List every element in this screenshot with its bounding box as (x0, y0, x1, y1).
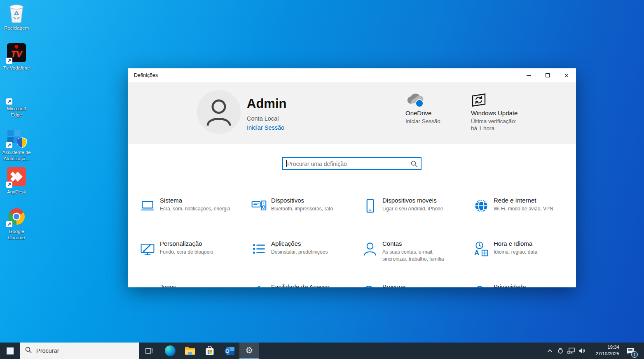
tile-personalization[interactable]: Personalização Fundo, ecrã de bloqueio (139, 240, 247, 259)
tile-subtitle: Ecrã, som, notificações, energia (160, 205, 230, 212)
svg-text:A: A (474, 249, 480, 257)
shortcut-arrow-icon (6, 98, 12, 105)
tile-privacy[interactable]: Privacidade (473, 283, 576, 287)
search-magnifier-icon (362, 283, 382, 287)
devices-icon (251, 197, 271, 216)
search-icon (25, 347, 32, 355)
file-explorer-icon (185, 346, 195, 355)
user-name: Admin (247, 96, 286, 111)
volume-icon[interactable] (576, 343, 587, 359)
tile-games[interactable]: Jogos (139, 283, 247, 287)
task-view-icon (145, 347, 153, 354)
minimize-button[interactable] (519, 68, 538, 82)
user-signin-link[interactable]: Iniciar Sessão (247, 124, 284, 131)
onedrive-section[interactable]: OneDrive Iniciar Sessão (405, 82, 467, 125)
tv-vodafone-icon: TV (6, 43, 27, 64)
tile-title: Dispositivos moveis (382, 197, 443, 204)
games-icon (139, 283, 160, 287)
tile-title: Personalização (160, 240, 213, 247)
desktop-icon-update-assistant[interactable]: Assistente de Atualizaçã... (1, 128, 32, 161)
tile-devices[interactable]: Dispositivos Bluetooth, impressoras, rat… (251, 197, 358, 216)
close-button[interactable]: ✕ (557, 68, 576, 82)
desktop-icon-anydesk[interactable]: AnyDesk (1, 166, 32, 195)
tile-title: Contas (382, 240, 454, 247)
tile-time-language[interactable]: A Hora e Idioma Idioma, região, data (473, 240, 576, 259)
taskbar-store-button[interactable] (200, 343, 220, 359)
text-caret (286, 160, 287, 167)
desktop-icon-label: Assistente de Atualizaçã... (1, 149, 32, 161)
tile-apps[interactable]: Aplicações Desinstalar, predefinições (251, 240, 358, 259)
tile-title: Procurar (382, 283, 406, 287)
clock-date: 27/10/2025 (590, 351, 619, 357)
network-icon[interactable] (566, 343, 576, 359)
gear-icon: ⚙ (246, 346, 253, 355)
onedrive-title: OneDrive (405, 110, 467, 117)
shortcut-arrow-icon (6, 182, 12, 188)
desktop-icon-tv-vodafone[interactable]: TV Tv Vodafone (1, 42, 32, 71)
close-icon: ✕ (564, 72, 569, 79)
desktop-icon-edge[interactable]: Microsoft Edge (1, 84, 32, 118)
notification-badge: 1 (631, 351, 638, 358)
tile-accounts[interactable]: Contas As suas contas, e-mail, sincroniz… (362, 240, 470, 263)
desktop-icon-label: Google Chrome (1, 228, 32, 240)
action-center-button[interactable]: 1 (622, 343, 639, 359)
personalization-icon (139, 240, 160, 259)
onedrive-status: Iniciar Sessão (405, 118, 467, 125)
ease-of-access-icon (251, 283, 271, 287)
desktop-icon-label: AnyDesk (1, 189, 32, 195)
globe-icon (473, 197, 494, 216)
settings-search-input[interactable] (287, 158, 407, 169)
maximize-button[interactable] (538, 68, 557, 82)
system-tray: 19:34 27/10/2025 1 (544, 343, 644, 359)
taskbar-search-box[interactable] (20, 343, 139, 359)
chrome-icon (6, 207, 27, 227)
tile-subtitle: Wi-Fi, modo de avião, VPN (494, 205, 553, 212)
maximize-icon (546, 73, 550, 77)
titlebar[interactable]: Definições ✕ (128, 68, 576, 82)
tile-subtitle: Fundo, ecrã de bloqueio (160, 249, 213, 256)
tile-search[interactable]: Procurar (362, 283, 470, 287)
tile-network[interactable]: Rede e Internet Wi-Fi, modo de avião, VP… (473, 197, 576, 216)
shortcut-arrow-icon (6, 142, 12, 148)
settings-window: Definições ✕ Admin Conta Local Iniciar S… (128, 68, 576, 287)
start-button[interactable] (0, 343, 20, 359)
task-view-button[interactable] (139, 343, 159, 359)
taskbar-search-input[interactable] (36, 347, 127, 354)
privacy-icon (473, 283, 494, 287)
tile-title: Sistema (160, 197, 230, 204)
tile-title: Dispositivos (271, 197, 333, 204)
tile-title: Aplicações (271, 240, 328, 247)
tile-subtitle: Desinstalar, predefinições (271, 249, 328, 256)
tile-mobile-devices[interactable]: Dispositivos moveis Ligar o seu Android,… (362, 197, 470, 216)
tile-title: Hora e Idioma (494, 240, 537, 247)
apps-list-icon (251, 240, 271, 259)
taskbar-clock[interactable]: 19:34 27/10/2025 (590, 344, 619, 357)
windows-update-section[interactable]: Windows Update Última verificação: há 1 … (471, 82, 545, 132)
desktop-icon-chrome[interactable]: Google Chrome (1, 206, 32, 240)
tile-system[interactable]: Sistema Ecrã, som, notificações, energia (139, 197, 247, 216)
taskbar-explorer-button[interactable] (180, 343, 200, 359)
taskbar-edge-button[interactable] (160, 343, 180, 359)
tile-ease-of-access[interactable]: Facilidade de Acesso (251, 283, 358, 287)
taskbar: ⚙ 19:34 27/10/2025 (0, 343, 644, 359)
window-title: Definições (134, 68, 158, 82)
tile-subtitle: As suas contas, e-mail, sincronizar, tra… (382, 249, 454, 263)
anydesk-tray-icon[interactable] (555, 343, 566, 359)
settings-content: Sistema Ecrã, som, notificações, energia… (128, 144, 576, 287)
windows-update-title: Windows Update (471, 110, 545, 117)
avatar (197, 90, 241, 134)
taskbar-settings-button[interactable]: ⚙ (239, 343, 259, 359)
update-status-line1: Última verificação: (471, 118, 516, 124)
system-icon (139, 197, 160, 216)
store-icon (205, 346, 215, 356)
tile-subtitle: Idioma, região, data (494, 249, 537, 256)
tile-title: Rede e Internet (494, 197, 553, 204)
windows-update-icon (471, 102, 487, 109)
hidden-icons-chevron[interactable] (544, 343, 555, 359)
onedrive-cloud-icon (405, 102, 426, 109)
settings-search-box[interactable] (282, 157, 422, 170)
desktop-icon-recycle-bin[interactable]: Reciclagem (1, 2, 32, 31)
person-icon (204, 97, 233, 127)
recycle-bin-icon (6, 3, 27, 24)
taskbar-outlook-button[interactable] (220, 343, 239, 359)
